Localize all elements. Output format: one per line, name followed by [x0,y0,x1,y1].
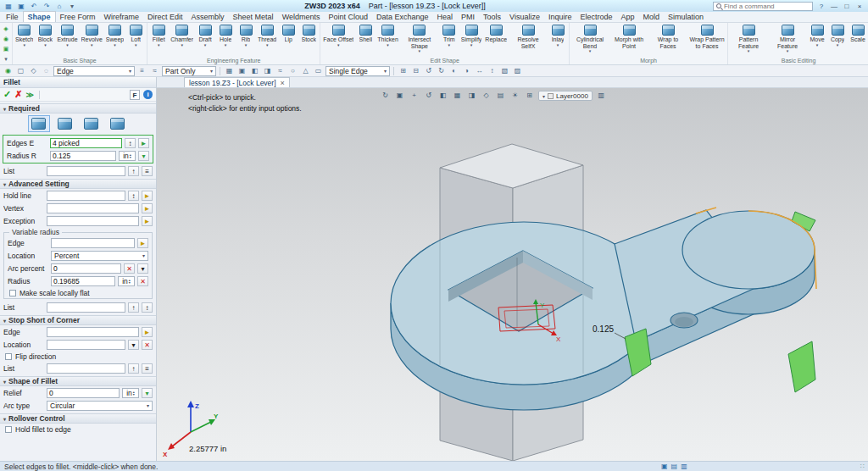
rotate-left-icon[interactable]: ↺ [423,66,434,76]
var-radius-input[interactable] [51,276,115,286]
rotate-view-icon[interactable]: ↺ [423,91,434,101]
list-open-icon[interactable]: ≡ [142,363,153,374]
model-canvas[interactable]: Y X [157,88,868,461]
relief-input[interactable] [47,388,120,398]
menu-tab-heal[interactable]: Heal [433,12,458,22]
3d-viewport[interactable]: Y X [157,88,868,461]
spinner-icon[interactable]: ▴▾ [129,279,131,284]
scope-select[interactable]: Part Only▾ [162,66,216,76]
measure-v-icon[interactable]: ↕ [487,66,498,76]
var-arc-input[interactable] [51,263,121,274]
ribbon-button-cylindrical-bend[interactable]: Cylindrical Bend▾ [570,24,609,53]
ribbon-button-intersect-shape[interactable]: Intersect Shape▾ [400,24,439,53]
ribbon-button-extrude[interactable]: Extrude▾ [55,24,79,47]
list-add-icon[interactable]: ↑ [128,166,139,176]
section-stop-short[interactable]: ▾ Stop Short of Corner [0,315,156,325]
ribbon-button-scale[interactable]: Scale [848,24,868,44]
ribbon-button-fillet[interactable]: Fillet▾ [148,24,169,47]
radius-input[interactable] [50,151,116,161]
view-manager-icon[interactable]: ▣ [661,462,668,471]
fillet-type-4-button[interactable] [107,115,129,132]
wireframe-mode-icon[interactable]: ▦ [452,91,463,101]
measure-h-icon[interactable]: ↔ [474,66,485,76]
background-icon[interactable]: ▤ [495,91,506,101]
menu-tab-visualize[interactable]: Visualize [505,12,544,22]
command-search[interactable] [713,2,813,11]
menu-tab-wireframe[interactable]: Wireframe [100,12,144,22]
ribbon-button-move[interactable]: Move▾ [807,24,827,47]
perspective-icon[interactable]: ◇ [481,91,492,101]
filter-sketch-icon[interactable]: △ [300,66,311,76]
ribbon-button-inlay[interactable]: Inlay▾ [548,24,568,47]
layer-select[interactable]: ▾ Layer0000 [538,91,593,101]
relief-unit-select[interactable]: in ▴▾ [122,388,139,398]
shade-full-icon[interactable]: ◑ [461,66,472,76]
section-view-icon[interactable]: ◨ [466,91,477,101]
ribbon-button-block[interactable]: Block▾ [35,24,55,47]
light-icon[interactable]: ☀ [509,91,520,101]
menu-tab-shape[interactable]: Shape [23,11,56,22]
ribbon-button-loft[interactable]: Loft▾ [125,24,146,47]
ribbon-button-revolve[interactable]: Revolve▾ [80,24,104,47]
cancel-button[interactable]: ✗ [14,89,22,100]
strip-history-icon[interactable]: ▣ [2,45,11,53]
ribbon-button-morph-with-point[interactable]: Morph with Point [609,24,648,50]
ribbon-button-stock[interactable]: Stock [298,24,319,44]
pick-target-icon[interactable]: ► [138,138,149,148]
ribbon-button-wrap-pattern-to-faces[interactable]: Wrap Pattern to Faces [687,24,726,50]
pick-box-icon[interactable]: ▢ [15,66,26,76]
clear-value-icon[interactable]: ✕ [124,263,135,274]
filter-point-icon[interactable]: ○ [287,66,298,76]
pick-lasso-icon[interactable]: ◌ [41,66,52,76]
filter-edge-icon[interactable]: ◨ [262,66,273,76]
make-scale-flat-row[interactable]: Make scale locally flat [4,287,152,298]
section-advanced[interactable]: ▾ Advanced Setting [0,179,156,189]
shade-mode-icon[interactable]: ◧ [437,91,448,101]
menu-tab-data-exchange[interactable]: Data Exchange [372,12,433,22]
checkbox-unchecked-icon[interactable] [5,353,12,360]
ribbon-button-resolve-selfx[interactable]: Resolve SelfX [509,24,548,50]
value-options-icon[interactable]: ▾ [137,263,148,274]
zoom-fit-icon[interactable]: ▣ [394,91,405,101]
filter-datum-icon[interactable]: ▭ [313,66,324,76]
entity-type-select[interactable]: Edge▾ [53,66,135,76]
filter-shape-icon[interactable]: ▣ [236,66,248,76]
clear-value-icon[interactable]: ✕ [137,276,148,286]
ribbon-button-replace[interactable]: Replace [483,24,509,44]
tab-close-icon[interactable]: × [281,79,285,87]
checkbox-unchecked-icon[interactable] [5,426,12,433]
ribbon-button-chamfer[interactable]: Chamfer▾ [169,24,195,47]
stop-location-input[interactable] [47,340,125,350]
pick-entity-icon[interactable]: ► [142,216,153,226]
menu-tab-inquire[interactable]: Inquire [544,12,576,22]
fillet-type-2-button[interactable] [54,115,76,132]
display-settings-icon[interactable]: ▤ [671,462,678,471]
var-radius-unit-select[interactable]: in ▴▾ [118,276,135,286]
cplane-icon[interactable]: ⊞ [524,91,535,101]
close-icon[interactable]: × [854,2,865,11]
help-icon[interactable]: ? [816,2,826,11]
strip-new-icon[interactable]: ◈ [2,25,11,33]
pick-entity-icon[interactable]: ► [142,203,153,213]
radius-dropdown-icon[interactable]: ▾ [138,151,149,161]
menu-tab-electrode[interactable]: Electrode [576,12,617,22]
menu-tab-file[interactable]: File [2,12,23,22]
shade-half-icon[interactable]: ◐ [448,66,459,76]
app-menu-icon[interactable]: ▦ [3,2,14,11]
radius-unit-select[interactable]: in ▴▾ [119,151,136,161]
expand-picks-icon[interactable]: ↕ [125,138,136,148]
hold-fillet-row[interactable]: Hold fillet to edge [0,424,156,435]
ribbon-button-pattern-feature[interactable]: Pattern Feature▾ [729,24,768,53]
minimize-icon[interactable]: — [829,2,839,11]
ribbon-button-thicken[interactable]: Thicken▾ [376,24,400,47]
spinner-icon[interactable]: ▴▾ [130,153,131,158]
edges-input[interactable] [50,138,122,148]
menu-tab-point-cloud[interactable]: Point Cloud [324,12,372,22]
fillet-type-1-button[interactable] [28,115,50,132]
selection-filter-icon[interactable]: ◉ [3,66,14,76]
list-add-icon[interactable]: ↑ [128,302,139,313]
menu-tab-simulation[interactable]: Simulation [664,12,708,22]
pick-chain-icon[interactable]: ≈ [149,66,160,76]
menu-tab-sheet-metal[interactable]: Sheet Metal [229,12,278,22]
undo-icon[interactable]: ↶ [29,2,39,11]
